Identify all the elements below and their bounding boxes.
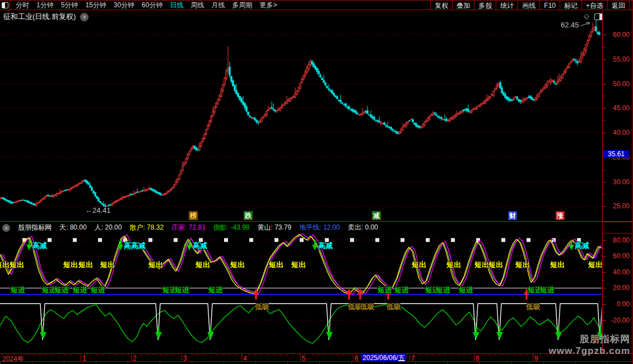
sky-line-marker [527,238,530,242]
indicator-axis-label: 40.00 [604,268,630,276]
low-absorb-label: 低吸 [526,302,541,312]
period-tab-1分钟[interactable]: 1分钟 [36,1,54,10]
indicator-name[interactable]: 股朋指标网 [18,223,52,232]
toolbar-button-标记[interactable]: 标记 [560,1,581,10]
period-tab-更多>[interactable]: 更多> [259,1,277,10]
indicator-axis-label: 0.00 [604,300,630,308]
reflection-line [0,305,601,343]
toolbar-button-叠加[interactable]: 叠加 [452,1,474,10]
sell-arrow-icon [155,326,162,339]
action-buttons: 复权叠加多股统计画线F10标记+自选返回 [430,1,630,10]
window-icon[interactable] [594,13,603,20]
short-exit-label: 短出 [230,260,245,270]
period-tab-多周期[interactable]: 多周期 [232,1,252,10]
annotation-arrow [580,23,589,26]
period-tab-60分钟[interactable]: 60分钟 [142,1,162,10]
high-reduce-label: 高减 [318,241,333,251]
price-axis: 60.0055.0050.0045.0040.0035.0030.0025.00… [602,11,632,362]
toolbar-button-返回[interactable]: 返回 [607,1,630,10]
month-label: 6 [355,354,359,362]
toolbar-button-画线[interactable]: 画线 [518,1,539,10]
reduce-arrow-icon [187,240,192,250]
sky-line-marker [174,238,178,242]
high-annotation: 62.45 [561,21,579,29]
period-tab-分时[interactable]: 分时 [16,1,29,10]
period-tab-5分钟[interactable]: 5分钟 [61,1,78,10]
panel-toggle-icon[interactable] [0,1,10,10]
short-exit-label: 短出 [269,260,283,270]
sell-line [0,304,602,340]
sky-line-marker [98,238,102,242]
diamond-icon[interactable]: ◇ [584,12,589,20]
period-tab-日线[interactable]: 日线 [170,1,183,10]
watermark-badge-榜: 榜 [189,211,198,220]
short-enter-label: 短进 [378,285,392,295]
period-tab-周线[interactable]: 周线 [190,1,204,10]
indicator-value: 倒影: -43.98 [213,223,250,232]
buy-arrow-icon [346,288,352,300]
sky-line-marker [350,238,354,242]
month-label: 5 [302,354,306,362]
sky-line-marker [375,238,379,242]
top-toolbar: 分时1分钟5分钟15分钟30分钟60分钟日线周线月线多周期更多> 复权叠加多股统… [0,0,633,10]
period-tab-15分钟[interactable]: 15分钟 [85,1,106,10]
selected-date-tag: 2025/06/06/五 [361,354,406,362]
indicator-value: 卖出: 0.00 [348,223,378,232]
short-enter-label: 短进 [73,285,87,295]
low-annotation: ←24.41 [85,206,111,214]
month-label: 9 [534,354,538,362]
sky-line-marker [451,238,455,242]
short-exit-label: 短出 [63,260,78,270]
short-exit-label: 短出 [78,260,93,270]
sky-line-marker [426,238,430,242]
indicator-axis-label: 20.00 [604,284,630,292]
short-exit-label: 短出 [474,260,489,270]
sky-line-marker [48,238,52,242]
sell-arrow-icon [473,326,480,339]
sky-line-marker [224,238,228,242]
short-enter-label: 短进 [11,285,25,295]
toolbar-button-复权[interactable]: 复权 [430,1,452,10]
short-exit-label: 短出 [515,260,530,270]
sky-line-marker [249,238,253,242]
short-exit-label: 短出 [446,260,461,270]
indicator-panel[interactable]: 短出短出短出短出短出短出短出短出短出短出短出短出短出短出短出短出短出短出短进短进… [0,234,602,353]
period-tab-月线[interactable]: 月线 [211,1,225,10]
axis-corner-box [602,222,632,234]
toolbar-button-统计[interactable]: 统计 [496,1,518,10]
reduce-arrow-icon [312,240,318,250]
short-enter-label: 短进 [540,285,555,295]
price-axis-label: 40.00 [604,129,630,137]
period-tabs: 分时1分钟5分钟15分钟30分钟60分钟日线周线月线多周期更多> [16,1,277,10]
low-absorb-label: 低吸 [360,302,375,312]
candle-chart[interactable]: 62.45 ←24.41 榜跌减财涨 [0,11,602,221]
watermark-line2: www.7gpzb.com [548,345,630,357]
indicator-value: 庄家: 72.81 [171,223,206,232]
short-exit-label: 短出 [148,260,163,270]
short-enter-label: 短进 [175,285,189,295]
price-axis-label: 60.00 [604,31,630,39]
chevron-down-icon[interactable]: ∨ [2,224,10,232]
toolbar-button-+自选[interactable]: +自选 [581,1,607,10]
sell-arrow-icon [40,326,46,339]
indicator-value: 地平线: 12.00 [299,223,340,232]
watermark-badge-涨: 涨 [556,211,565,220]
sell-arrow-icon [207,326,214,339]
toolbar-button-多股[interactable]: 多股 [474,1,496,10]
indicator-value: 天: 80.00 [59,223,87,232]
short-enter-label: 短进 [54,285,69,295]
candlesticks [1,20,600,209]
short-enter-label: 短进 [459,285,473,295]
period-tab-30分钟[interactable]: 30分钟 [114,1,134,10]
month-label: 4 [243,354,247,362]
price-axis-label: 45.00 [604,104,630,112]
short-enter-label: 短进 [91,285,105,295]
sky-line-marker [148,238,152,242]
indicator-value: 人: 20.00 [95,223,122,232]
watermark-line1: 股朋指标网 [548,333,630,345]
low-absorb-label: 低吸 [255,302,269,312]
short-exit-label: 短出 [488,260,503,270]
toolbar-button-F10[interactable]: F10 [539,1,560,10]
current-price-tag: 35.61 [603,150,629,158]
high-reduce-label: 高减 [193,241,207,251]
